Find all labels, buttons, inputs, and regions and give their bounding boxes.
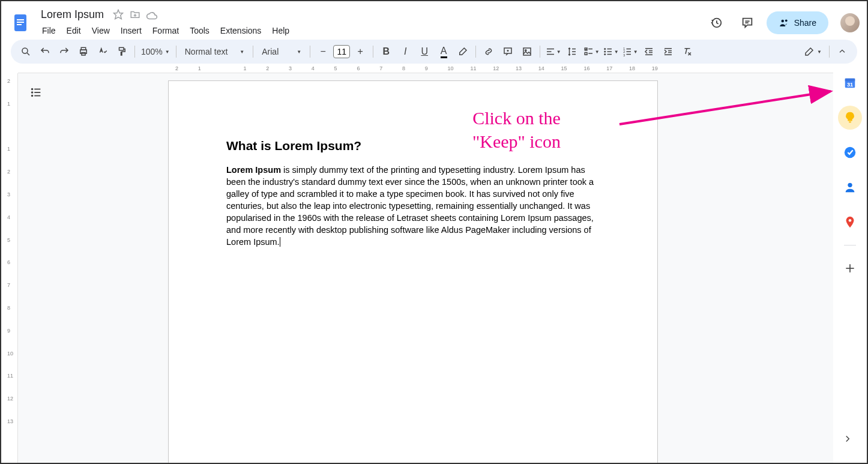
svg-marker-4 [114,10,123,19]
title-section: Lorem Ipsum File Edit View Insert Format… [37,7,704,39]
text-cursor [280,237,280,247]
document-page[interactable]: What is Lorem Ipsum? Lorem Ipsum is simp… [168,80,658,463]
print-icon[interactable] [74,43,92,61]
svg-rect-3 [17,24,22,25]
get-addons-icon[interactable] [838,256,862,280]
svg-line-11 [27,53,29,55]
svg-rect-17 [523,48,531,55]
document-paragraph[interactable]: Lorem Ipsum is simply dummy text of the … [226,164,600,248]
svg-rect-52 [849,121,851,122]
font-selector[interactable]: Arial▼ [257,43,306,61]
history-icon[interactable] [704,11,728,35]
bold-icon[interactable]: B [377,43,395,61]
people-icon [779,17,789,28]
move-icon[interactable] [129,8,141,20]
star-icon[interactable] [112,8,124,20]
menu-file[interactable]: File [37,23,61,38]
document-canvas[interactable]: What is Lorem Ipsum? Lorem Ipsum is simp… [18,73,833,463]
chevron-down-icon: ▼ [165,49,170,55]
cloud-status-icon[interactable] [146,8,158,20]
tasks-icon[interactable] [838,140,862,164]
svg-point-25 [604,54,606,55]
chevron-down-icon: ▼ [297,49,301,55]
insert-link-icon[interactable] [480,43,498,61]
insert-image-icon[interactable] [518,43,536,61]
hide-side-panel-icon[interactable] [836,427,860,451]
svg-point-9 [785,19,788,22]
svg-point-43 [32,89,33,90]
underline-icon[interactable]: U [415,43,433,61]
side-panel-divider [844,245,856,246]
svg-point-55 [849,219,852,222]
collapse-toolbar-icon[interactable] [833,43,851,61]
svg-text:3: 3 [623,53,625,57]
highlight-color-icon[interactable] [454,43,472,61]
svg-rect-15 [119,47,124,50]
docs-logo-icon[interactable] [8,11,32,35]
menu-insert[interactable]: Insert [116,23,146,38]
keep-icon[interactable] [838,106,862,130]
work-area: 2112345678910111213141516171819 21123456… [1,64,867,463]
account-avatar[interactable] [840,13,860,32]
document-heading[interactable]: What is Lorem Ipsum? [226,139,600,153]
vertical-ruler[interactable]: 2112345678910111213 [1,73,18,463]
checklist-icon[interactable]: ▼ [582,43,600,61]
font-value: Arial [262,47,279,56]
search-menus-icon[interactable] [17,43,35,61]
spellcheck-icon[interactable] [94,43,112,61]
paragraph-style-selector[interactable]: Normal text▼ [180,43,250,61]
menu-extensions[interactable]: Extensions [215,23,266,38]
menu-format[interactable]: Format [148,23,184,38]
toolbar: 100%▼ Normal text▼ Arial▼ − + B I U A ▼ … [11,40,857,64]
calendar-icon[interactable]: 31 [838,71,862,95]
svg-point-10 [22,48,28,53]
font-size-input[interactable] [333,45,350,58]
svg-point-8 [781,20,784,23]
paint-format-icon[interactable] [113,43,131,61]
svg-text:31: 31 [847,82,853,88]
redo-icon[interactable] [55,43,73,61]
undo-icon[interactable] [36,43,54,61]
show-outline-icon[interactable] [25,82,47,103]
menu-edit[interactable]: Edit [62,23,86,38]
svg-point-24 [604,51,606,52]
clear-formatting-icon[interactable] [678,43,696,61]
menu-tools[interactable]: Tools [185,23,214,38]
text-color-icon[interactable]: A [435,43,453,61]
numbered-list-icon[interactable]: 123▼ [621,43,639,61]
editing-mode-icon[interactable]: ▼ [800,43,825,61]
svg-point-47 [32,95,33,97]
svg-point-54 [848,183,852,187]
svg-rect-1 [17,19,24,20]
zoom-selector[interactable]: 100%▼ [139,43,172,61]
maps-icon[interactable] [838,210,862,234]
menu-view[interactable]: View [87,23,115,38]
decrease-indent-icon[interactable] [640,43,658,61]
line-spacing-icon[interactable] [563,43,581,61]
svg-rect-2 [17,22,24,23]
increase-font-icon[interactable]: + [351,43,369,61]
add-comment-icon[interactable] [499,43,517,61]
chevron-down-icon: ▼ [240,49,244,55]
share-label: Share [794,18,816,28]
align-icon[interactable]: ▼ [544,43,562,61]
increase-indent-icon[interactable] [659,43,677,61]
bold-text: Lorem Ipsum [226,165,281,175]
header: Lorem Ipsum File Edit View Insert Format… [1,1,867,40]
body-text: is simply dummy text of the printing and… [226,165,594,247]
comments-icon[interactable] [735,11,759,35]
svg-point-45 [32,92,33,93]
share-button[interactable]: Share [767,11,828,34]
zoom-value: 100% [141,47,163,56]
menu-help[interactable]: Help [267,23,294,38]
svg-rect-50 [845,79,855,82]
style-value: Normal text [185,47,228,56]
svg-point-23 [604,49,606,50]
document-title[interactable]: Lorem Ipsum [37,7,107,22]
contacts-icon[interactable] [838,175,862,199]
italic-icon[interactable]: I [396,43,414,61]
bulleted-list-icon[interactable]: ▼ [601,43,619,61]
menu-bar: File Edit View Insert Format Tools Exten… [37,22,704,39]
decrease-font-icon[interactable]: − [314,43,332,61]
horizontal-ruler[interactable]: 2112345678910111213141516171819 [18,64,833,73]
